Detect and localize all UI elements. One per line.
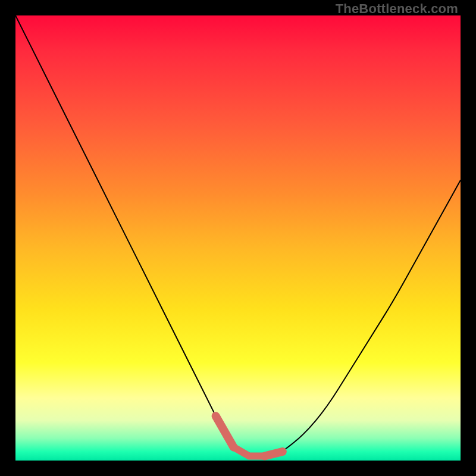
trough-highlight-right [265,452,283,456]
trough-highlight-flat [234,447,265,456]
plot-area [15,15,461,461]
bottleneck-curve [15,15,461,456]
chart-frame: TheBottleneck.com [0,0,476,476]
trough-highlight-left [216,416,234,447]
watermark-text: TheBottleneck.com [336,1,458,17]
curve-svg [15,15,461,461]
